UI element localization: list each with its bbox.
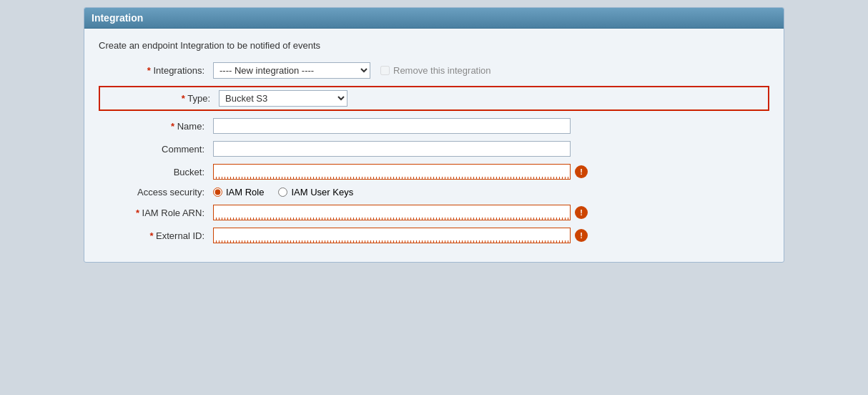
type-control: Bucket S3 HTTP SQS: [219, 90, 764, 107]
radio-group: IAM Role IAM User Keys: [213, 187, 353, 198]
radio-iam-role-label: IAM Role: [226, 187, 264, 198]
bucket-row: Bucket: !: [99, 164, 769, 180]
comment-label: Comment:: [99, 144, 213, 155]
iam-arn-required-star: *: [136, 208, 139, 218]
panel-title: Integration: [84, 8, 784, 29]
name-row: * Name:: [99, 118, 769, 134]
type-required-star: *: [182, 93, 185, 104]
external-id-required-star: *: [149, 230, 153, 241]
bucket-input[interactable]: [213, 164, 571, 180]
radio-iam-user-input[interactable]: [278, 187, 287, 197]
comment-label-text: Comment:: [162, 144, 204, 155]
iam-arn-row: * IAM Role ARN: !: [99, 205, 769, 220]
access-row: Access security: IAM Role IAM User Keys: [99, 187, 769, 198]
iam-arn-control: !: [213, 205, 769, 220]
external-id-row: * External ID: !: [99, 228, 769, 243]
bucket-error-icon: !: [575, 165, 588, 178]
bucket-label-text: Bucket:: [174, 167, 204, 177]
external-id-error-icon: !: [575, 229, 588, 242]
name-input[interactable]: [213, 118, 571, 134]
description-text: Create an endpoint Integration to be not…: [99, 40, 769, 51]
iam-arn-input[interactable]: [213, 205, 571, 220]
name-label: * Name:: [99, 121, 213, 132]
name-control: [213, 118, 769, 134]
comment-row: Comment:: [99, 141, 769, 157]
panel-title-text: Integration: [92, 12, 143, 24]
iam-arn-label-text: IAM Role ARN:: [142, 208, 204, 218]
name-label-text: Name:: [177, 121, 204, 132]
bucket-control: !: [213, 164, 769, 180]
access-control: IAM Role IAM User Keys: [213, 187, 769, 198]
radio-iam-role-input[interactable]: [213, 187, 222, 197]
panel-body: Create an endpoint Integration to be not…: [84, 29, 784, 262]
access-label-text: Access security:: [137, 187, 204, 198]
bucket-label: Bucket:: [99, 167, 213, 177]
remove-integration-checkbox[interactable]: [380, 66, 390, 75]
external-id-label-text: External ID:: [156, 230, 204, 241]
external-id-input[interactable]: [213, 228, 571, 243]
iam-arn-error-icon: !: [575, 206, 588, 219]
integrations-select[interactable]: ---- New integration ---- Existing Integ…: [213, 62, 370, 79]
integrations-required-star: *: [147, 65, 151, 76]
iam-arn-label: * IAM Role ARN:: [99, 208, 213, 218]
integrations-row: * Integrations: ---- New integration ---…: [99, 62, 769, 79]
integrations-control: ---- New integration ---- Existing Integ…: [213, 62, 769, 79]
integrations-label-text: Integrations:: [153, 65, 204, 76]
remove-label-text: Remove this integration: [393, 65, 491, 76]
comment-input[interactable]: [213, 141, 571, 157]
external-id-control: !: [213, 228, 769, 243]
type-select[interactable]: Bucket S3 HTTP SQS: [219, 90, 347, 107]
radio-iam-user-label: IAM User Keys: [291, 187, 353, 198]
access-label: Access security:: [99, 187, 213, 198]
type-label-text: Type:: [187, 93, 210, 104]
external-id-label: * External ID:: [99, 230, 213, 241]
type-row: * Type: Bucket S3 HTTP SQS: [99, 86, 769, 111]
comment-control: [213, 141, 769, 157]
integrations-label: * Integrations:: [99, 65, 213, 76]
name-required-star: *: [171, 121, 174, 132]
radio-iam-role[interactable]: IAM Role: [213, 187, 264, 198]
type-label: * Type:: [104, 93, 219, 104]
integration-panel: Integration Create an endpoint Integrati…: [84, 7, 784, 263]
remove-checkbox-area: Remove this integration: [380, 65, 491, 76]
radio-iam-user[interactable]: IAM User Keys: [278, 187, 353, 198]
